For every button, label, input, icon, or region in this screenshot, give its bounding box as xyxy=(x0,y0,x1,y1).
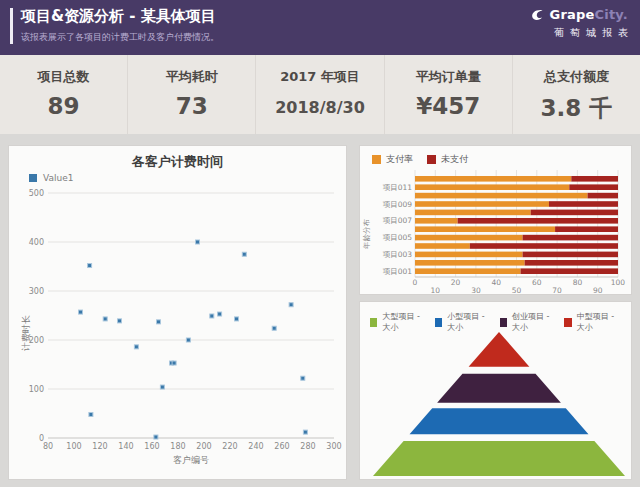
scatter-point xyxy=(272,326,276,330)
kpi-avg-order: 平均订单量 ¥457 xyxy=(385,55,513,134)
scatter-point xyxy=(160,385,164,389)
report-title: 项目&资源分析 - 某具体项目 xyxy=(21,7,216,26)
y-category-label: 项目009 xyxy=(383,200,413,209)
bar-segment-unpaid xyxy=(571,176,618,182)
y-tick-label: 300 xyxy=(29,287,44,296)
scatter-point xyxy=(235,317,239,321)
bar-segment-paid xyxy=(415,184,569,190)
kpi-label: 平均订单量 xyxy=(385,68,512,86)
grapecity-logo-icon xyxy=(531,8,545,22)
bar-segment-paid xyxy=(415,243,470,249)
kpi-label: 2017 年项目 xyxy=(256,68,383,86)
x-tick-label: 220 xyxy=(222,442,237,451)
bar-segment-paid xyxy=(415,252,523,258)
x-tick-label: 0 xyxy=(413,278,418,287)
bar-segment-paid xyxy=(415,210,531,216)
kpi-value: 3.8 千 xyxy=(513,93,640,124)
kpi-total-paid: 总支付额度 3.8 千 xyxy=(513,55,640,134)
x-tick-label: 200 xyxy=(196,442,211,451)
scatter-point xyxy=(242,252,246,256)
y-category-label: 项目011 xyxy=(383,183,413,192)
x-tick-label: 280 xyxy=(300,442,315,451)
pyramid-chart xyxy=(360,302,631,479)
x-tick-label: 70 xyxy=(552,286,562,294)
bar-segment-unpaid xyxy=(521,268,618,274)
scatter-point xyxy=(186,338,190,342)
x-tick-label: 180 xyxy=(170,442,185,451)
kpi-value: 2018/8/30 xyxy=(256,98,383,117)
x-tick-label: 40 xyxy=(491,278,501,287)
scatter-point xyxy=(79,310,83,314)
bar-segment-unpaid xyxy=(523,252,618,258)
x-axis-title: 客户编号 xyxy=(173,455,209,465)
report-subtitle: 该报表展示了各项目的计费工时及客户付费情况。 xyxy=(21,31,219,44)
scatter-point xyxy=(154,435,158,439)
y-axis-title: 计费时长 xyxy=(21,315,31,352)
scatter-point xyxy=(88,264,92,268)
bar-segment-unpaid xyxy=(470,243,618,249)
y-tick-label: 500 xyxy=(29,189,44,198)
bar-segment-unpaid xyxy=(555,226,618,232)
bar-segment-unpaid xyxy=(549,201,618,207)
kpi-label: 总支付额度 xyxy=(513,68,640,86)
kpi-value: 73 xyxy=(128,93,255,119)
y-tick-label: 100 xyxy=(29,385,44,394)
x-tick-label: 240 xyxy=(248,442,263,451)
y-axis-title: 年龄分布 xyxy=(362,219,371,251)
kpi-year-project: 2017 年项目 2018/8/30 xyxy=(256,55,384,134)
kpi-label: 平均耗时 xyxy=(128,68,255,86)
x-tick-label: 260 xyxy=(274,442,289,451)
scatter-point xyxy=(218,312,222,316)
bar-segment-unpaid xyxy=(531,210,618,216)
scatter-chart: 0100200300400500801001201401601802002202… xyxy=(9,146,346,479)
bar-segment-unpaid xyxy=(523,235,618,241)
pyramid-segment xyxy=(410,408,589,434)
bar-segment-unpaid xyxy=(569,184,618,190)
x-tick-label: 30 xyxy=(471,286,481,294)
scatter-point xyxy=(196,240,200,244)
y-tick-label: 200 xyxy=(29,336,44,345)
kpi-avg-time: 平均耗时 73 xyxy=(128,55,256,134)
x-tick-label: 10 xyxy=(431,286,441,294)
y-category-label: 项目001 xyxy=(383,267,413,276)
bar-segment-unpaid xyxy=(525,260,618,266)
y-category-label: 项目007 xyxy=(383,216,413,225)
x-tick-label: 140 xyxy=(118,442,133,451)
kpi-total-projects: 项目总数 89 xyxy=(0,55,128,134)
x-tick-label: 160 xyxy=(144,442,159,451)
header-accent-bar xyxy=(10,8,13,44)
scatter-point xyxy=(210,314,214,318)
scatter-point xyxy=(301,376,305,380)
x-tick-label: 80 xyxy=(573,278,583,287)
report-header: 项目&资源分析 - 某具体项目 该报表展示了各项目的计费工时及客户付费情况。 G… xyxy=(0,0,640,55)
y-category-label: 项目003 xyxy=(383,250,413,259)
kpi-label: 项目总数 xyxy=(0,68,127,86)
x-tick-label: 80 xyxy=(43,442,53,451)
y-tick-label: 400 xyxy=(29,238,44,247)
x-tick-label: 20 xyxy=(451,278,461,287)
bar-segment-paid xyxy=(415,193,588,199)
scatter-chart-panel: 各客户计费时间 Value1 0100200300400500801001201… xyxy=(8,145,347,480)
brand-wordmark: GrapeCity. xyxy=(550,7,628,22)
scatter-point xyxy=(89,412,93,416)
bar-segment-paid xyxy=(415,218,458,224)
scatter-point xyxy=(134,345,138,349)
scatter-point xyxy=(289,303,293,307)
brand-tagline: 葡萄城报表 xyxy=(531,26,634,40)
x-tick-label: 90 xyxy=(593,286,603,294)
bar-segment-unpaid xyxy=(458,218,618,224)
scatter-point xyxy=(157,320,161,324)
scatter-point xyxy=(172,361,176,365)
stacked-bar-chart: 0102030405060708090100项目011项目009项目007项目0… xyxy=(360,146,631,294)
pyramid-chart-panel: 大型项目 - 大小小型项目 - 大小创业项目 - 大小中型项目 - 大小 xyxy=(359,301,632,480)
pyramid-segment xyxy=(437,374,561,403)
scatter-point xyxy=(118,319,122,323)
x-tick-label: 300 xyxy=(326,442,341,451)
x-tick-label: 100 xyxy=(611,278,626,287)
bar-segment-unpaid xyxy=(588,193,618,199)
x-tick-label: 60 xyxy=(532,278,542,287)
bar-segment-paid xyxy=(415,201,549,207)
bar-segment-paid xyxy=(415,226,555,232)
bar-segment-paid xyxy=(415,260,525,266)
bar-segment-paid xyxy=(415,235,523,241)
